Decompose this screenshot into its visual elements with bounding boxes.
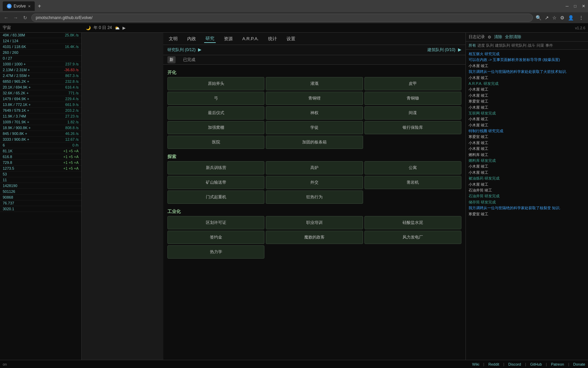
tab-resources[interactable]: 资源 [223, 35, 234, 43]
close-window-button[interactable]: ✕ [582, 4, 585, 9]
log-filter-research-queue[interactable]: 研究队列 [511, 43, 526, 48]
resource-row: 616.8+1 +5 +A [0, 154, 81, 160]
footer-reddit[interactable]: Reddit [488, 362, 499, 366]
section-tansuo-header: 探索 [167, 152, 461, 161]
maximize-button[interactable]: □ [574, 4, 576, 9]
research-barracks[interactable]: 新兵训练营 [167, 161, 264, 174]
extension-icon[interactable]: ⚙ [560, 15, 565, 20]
research-espionage[interactable]: 间谍 [364, 106, 461, 120]
right-sidebar: 日志记录 ⚙ 清除 全部清除 所有 进度 队列 建筑队列 研究队列 战斗 问渠 … [466, 33, 588, 368]
resource-name: 1273.5 [3, 166, 30, 170]
filter-new[interactable]: 新 [167, 56, 176, 63]
resource-row: 60 /h [0, 142, 81, 148]
research-wind-turbine[interactable]: 风力发电厂 [364, 231, 461, 244]
resource-rate [60, 56, 79, 60]
research-fanaticism[interactable]: 狂热行为 [266, 190, 363, 204]
profile-icon[interactable]: 👤 [568, 15, 574, 20]
research-panel[interactable]: 开化 原始斧头 灌溉 皮甲 弓 青铜锂 青铜锄 最后仪式 神权 间谍 加强窝棚 … [163, 65, 466, 368]
log-filter-progress[interactable]: 进度 [477, 43, 485, 48]
research-bank-vault[interactable]: 银行保险库 [364, 121, 461, 134]
resource-rate: 867.3 /s [60, 74, 79, 78]
tab-domestic[interactable]: 内政 [186, 35, 197, 43]
footer-discord[interactable]: Discord [508, 362, 521, 366]
research-theocracy[interactable]: 神权 [266, 106, 363, 120]
research-leather-armor[interactable]: 皮甲 [364, 77, 461, 90]
research-corrupt-politician[interactable]: 魔败的政客 [266, 231, 363, 244]
resource-rate: +1 +5 +A [60, 155, 79, 159]
research-thermodynamics[interactable]: 热力学 [167, 245, 264, 259]
log-gear-icon[interactable]: ⚙ [488, 35, 491, 40]
resource-name: 76.737 [3, 201, 30, 205]
url-input[interactable]: pmotschmann.github.io/Evolve/ [31, 14, 533, 22]
research-vocational-training[interactable]: 职业培训 [266, 216, 363, 229]
log-filter-event[interactable]: 事件 [545, 43, 553, 48]
tab-research[interactable]: 研究 [204, 35, 216, 43]
log-filter-queue[interactable]: 队列 [486, 43, 494, 48]
research-rock-drill[interactable]: 凿岩机 [364, 176, 461, 189]
resource-row: 11 [0, 177, 81, 183]
research-signing-bonus[interactable]: 签约金 [167, 231, 264, 244]
resource-name: 3020.1 [3, 207, 30, 211]
browser-menu-button[interactable]: ⋮ [577, 15, 585, 20]
building-queue[interactable]: 建筑队列 (0/10) ▶ [427, 47, 461, 53]
research-bronze-hoe[interactable]: 青铜锄 [364, 92, 461, 105]
bottom-footer: on Wiki | Reddit | Discord | GitHub | Pa… [0, 360, 588, 368]
tab-statistics[interactable]: 统计 [267, 35, 278, 43]
research-bow[interactable]: 弓 [167, 92, 264, 105]
research-queue[interactable]: 研究队列 (0/12) ▶ [167, 47, 201, 53]
research-apprentice[interactable]: 学徒 [266, 121, 363, 134]
resource-rate [60, 39, 79, 43]
log-filter-issue[interactable]: 问渠 [537, 43, 544, 48]
minimize-button[interactable]: ─ [566, 4, 569, 9]
log-filter-all[interactable]: 所有 [469, 43, 476, 48]
log-entry: 储存筒 研发完成 [469, 199, 585, 205]
tab-close-button[interactable]: ✕ [28, 4, 31, 8]
research-last-rites[interactable]: 最后仪式 [167, 106, 264, 120]
research-mine-conveyor[interactable]: 矿山输送带 [167, 176, 264, 189]
play-icon[interactable]: ▶ [122, 26, 126, 30]
resource-row: 53 [0, 171, 81, 177]
forward-button[interactable]: → [12, 15, 19, 20]
resource-rate: 661.9 /s [60, 103, 79, 107]
research-irrigation[interactable]: 灌溉 [266, 77, 363, 90]
research-zoning-permit[interactable]: 区划许可证 [167, 216, 264, 229]
log-filter-combat[interactable]: 战斗 [528, 43, 535, 48]
resource-rate: 616.4 /s [60, 85, 79, 89]
research-blast-furnace[interactable]: 高炉 [266, 161, 363, 174]
active-tab[interactable]: E Evolve ✕ [3, 1, 35, 11]
resource-list: 49K / 83.38M25.8K /s124 / 1244101 / 118.… [0, 32, 81, 212]
resource-name: 6 [3, 143, 30, 147]
research-gantry-crane[interactable]: 门式起重机 [167, 190, 264, 204]
research-bronze-li[interactable]: 青铜锂 [266, 92, 363, 105]
footer-left-text: on [3, 362, 7, 366]
research-reinforced-crate[interactable]: 加固的板条箱 [266, 136, 363, 149]
research-hospital[interactable]: 医院 [167, 136, 264, 149]
filter-completed[interactable]: 已完成 [181, 56, 197, 63]
resource-row: 2.47M / 2.55M +867.3 /s [0, 73, 81, 79]
footer-github[interactable]: GitHub [530, 362, 542, 366]
bookmark-icon[interactable]: ☆ [552, 15, 557, 20]
building-queue-label: 建筑队列 (0/10) [427, 47, 456, 52]
log-clear-all-button[interactable]: 全部清除 [505, 34, 521, 40]
resource-name: 260 / 260 [3, 50, 30, 55]
research-reinforce-shack[interactable]: 加强窝棚 [167, 121, 264, 134]
search-icon[interactable]: 🔍 [536, 15, 541, 20]
resource-row: 2.13M / 2.31M +-36.83 /s [0, 67, 81, 73]
research-diplomacy[interactable]: 外交 [266, 176, 363, 189]
new-tab-button[interactable]: + [35, 1, 44, 11]
footer-patreon[interactable]: Patreon [551, 362, 564, 366]
log-filter-building-queue[interactable]: 建筑队列 [495, 43, 510, 48]
tab-civilization[interactable]: 文明 [167, 35, 179, 43]
tab-settings[interactable]: 设置 [285, 35, 297, 43]
research-portland-cement[interactable]: 硅酸盐水泥 [364, 216, 461, 229]
back-button[interactable]: ← [3, 15, 10, 20]
footer-donate[interactable]: Donate [573, 362, 585, 366]
research-apartment[interactable]: 公寓 [364, 161, 461, 174]
reload-button[interactable]: ↻ [22, 15, 29, 20]
share-icon[interactable]: ↗ [545, 15, 549, 20]
footer-wiki[interactable]: Wiki [472, 362, 479, 366]
log-clear-button[interactable]: 清除 [494, 34, 502, 40]
tab-arpa[interactable]: A.R.P.A. [241, 35, 260, 42]
research-primitive-axe[interactable]: 原始斧头 [167, 77, 264, 90]
resource-name: 13.8K / 772.1K + [3, 103, 31, 107]
